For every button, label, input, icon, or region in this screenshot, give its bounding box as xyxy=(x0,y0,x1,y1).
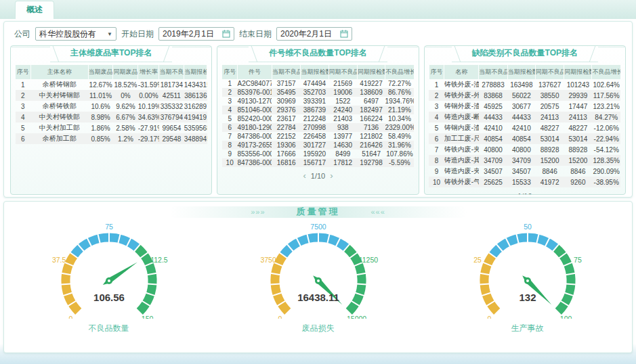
table-row: 849173-26557193063017271463021642631.96% xyxy=(222,141,414,150)
table-cell: 3 xyxy=(16,101,31,112)
table-cell: 15533 xyxy=(507,177,535,187)
table-row: 8铸造内废-其他34709347091520015200128.35% xyxy=(429,155,620,166)
table-cell: 42511 xyxy=(159,90,184,101)
table-cell: 12.67% xyxy=(88,79,113,90)
start-date-input[interactable]: 2019年2月1日 xyxy=(158,27,234,41)
page-indicator: 1/10 xyxy=(517,192,532,196)
prev-page-button[interactable]: ‹ xyxy=(303,171,305,180)
table-cell: 121802 xyxy=(358,132,385,141)
next-page-button[interactable]: › xyxy=(537,191,540,195)
table-cell: 301727 xyxy=(301,141,328,150)
table-cell: 474494 xyxy=(301,79,328,88)
table-cell: 1434315 xyxy=(184,79,207,90)
table-cell: 6 xyxy=(222,123,238,132)
table-cell: 182497 xyxy=(358,106,385,114)
table-cell: 6.67% xyxy=(113,112,138,122)
tab-overview[interactable]: 概述 xyxy=(15,1,54,19)
table-cell: 6 xyxy=(429,133,444,144)
table-row: 10847386-00041681615671717812192798-5.59… xyxy=(222,158,414,167)
pagination: ‹ 1/10 › xyxy=(429,191,621,195)
table-row: 1余桥铸钢部12.67%18.52%-31.59%1817341434315 xyxy=(16,79,207,90)
table-cell: 376794 xyxy=(159,112,184,122)
table-cell: 49180-12900 xyxy=(237,123,272,132)
quality-management-card: »»» 质量管理 ««« 037.575112.5150106.56 不良品数量… xyxy=(3,201,633,353)
column-header: 名称 xyxy=(444,65,479,79)
column-header: 不良品增长率 xyxy=(385,65,415,79)
table-cell: 24240 xyxy=(328,106,357,114)
table-cell: 22152 xyxy=(272,132,300,141)
end-date-input[interactable]: 2020年2月1日 xyxy=(276,27,352,41)
table-cell: A2C98407701 xyxy=(237,79,272,88)
gauge-label: 不良品数量 xyxy=(4,323,213,334)
table-cell: 8846 xyxy=(535,166,564,177)
table-cell: 49173-26557 xyxy=(237,141,272,150)
table-cell: 49130-12700 xyxy=(237,97,272,106)
prev-page-button[interactable]: ‹ xyxy=(510,191,513,195)
table-cell: -29.17% xyxy=(138,133,159,144)
column-header: 件号 xyxy=(237,65,272,79)
table-header-row: 序号件号当期不良品数当期报检数同期不良品数同期报检数不良品增长率 xyxy=(222,65,414,79)
quality-section-header: »»» 质量管理 ««« xyxy=(4,206,632,218)
left-arrows-decoration: ««« xyxy=(371,208,385,216)
table-cell: 34.63% xyxy=(138,112,159,122)
table-cell: 0% xyxy=(113,90,138,101)
next-page-button[interactable]: › xyxy=(330,171,333,180)
column-header: 序号 xyxy=(429,65,444,79)
table-cell: 16816 xyxy=(272,158,300,167)
overview-card: 公司 科华控股股份有 ▼ 开始日期 2019年2月1日 结束日期 2020年2月… xyxy=(3,21,633,198)
calendar-icon[interactable] xyxy=(222,30,230,38)
table-cell: 352703 xyxy=(301,88,328,97)
table-cell: 19306 xyxy=(272,141,300,150)
column-header: 同期报检数 xyxy=(564,65,592,79)
part-defects-table: 序号件号当期不良品数当期报检数同期不良品数同期报检数不良品增长率 1A2C984… xyxy=(221,65,414,167)
table-cell: 1 xyxy=(222,79,238,88)
table-cell: 270998 xyxy=(301,123,328,132)
table-cell: 铸钢内废-渣孔 xyxy=(444,122,479,133)
svg-text:37.5: 37.5 xyxy=(51,256,66,264)
svg-text:75: 75 xyxy=(105,224,113,231)
table-cell: 15200 xyxy=(564,155,592,166)
table-cell: 278883 xyxy=(479,79,507,90)
table-cell: 30969 xyxy=(272,97,300,106)
table-cell: 852420-0002 xyxy=(237,114,272,123)
table-cell: 9 xyxy=(222,150,238,158)
svg-text:50: 50 xyxy=(524,224,532,231)
table-cell: 19006 xyxy=(328,88,357,97)
company-select-value: 科华控股股份有 xyxy=(39,28,96,40)
table-cell: 23617 xyxy=(272,114,300,123)
panel-title: 主体维废品率TOP排名 xyxy=(50,46,172,62)
calendar-icon[interactable] xyxy=(340,30,348,38)
table-cell: 0.00% xyxy=(138,90,159,101)
table-cell: 84.27% xyxy=(592,112,621,122)
svg-text:100: 100 xyxy=(559,315,572,319)
table-cell: 290.09% xyxy=(592,166,621,177)
table-cell: 83868 xyxy=(479,90,507,101)
table-row: 2853976-0018354953527031900613860986.76% xyxy=(222,88,414,97)
filter-bar: 公司 科华控股股份有 ▼ 开始日期 2019年2月1日 结束日期 2020年2月… xyxy=(14,27,626,41)
table-cell: 34709 xyxy=(507,155,535,166)
table-cell: 386739 xyxy=(301,106,328,114)
table-cell: 7136 xyxy=(358,123,385,132)
svg-text:11250: 11250 xyxy=(358,256,378,264)
table-cell: 393391 xyxy=(301,97,328,106)
table-cell: 37157 xyxy=(272,79,300,88)
table-cell: 6497 xyxy=(358,97,385,106)
table-cell: 10.19% xyxy=(138,101,159,112)
table-row: 4中关村铸铁部8.98%6.67%34.63%3767944194191 xyxy=(16,112,207,122)
column-header: 当期不良品数 xyxy=(159,65,184,79)
table-cell: 15200 xyxy=(535,155,564,166)
table-cell: 1934.76% xyxy=(385,97,415,106)
table-cell: -31.59% xyxy=(138,79,159,90)
table-cell: 34709 xyxy=(479,155,507,166)
table-cell: 4 xyxy=(429,112,444,122)
table-cell: 11.01% xyxy=(88,90,113,101)
table-cell: 余桥加工部 xyxy=(30,133,88,144)
table-cell: 10 xyxy=(429,177,444,187)
column-header: 当期报检数 xyxy=(301,65,328,79)
table-header-row: 序号名称当期不良品数当期报检数同期不良品数同期报检数不良品增长率 xyxy=(429,65,620,79)
table-cell: 419227 xyxy=(358,79,385,88)
table-cell: 8846 xyxy=(564,166,592,177)
table-cell: 1 xyxy=(16,79,31,90)
company-select[interactable]: 科华控股股份有 ▼ xyxy=(35,27,116,41)
column-header: 增长率 xyxy=(138,65,159,79)
